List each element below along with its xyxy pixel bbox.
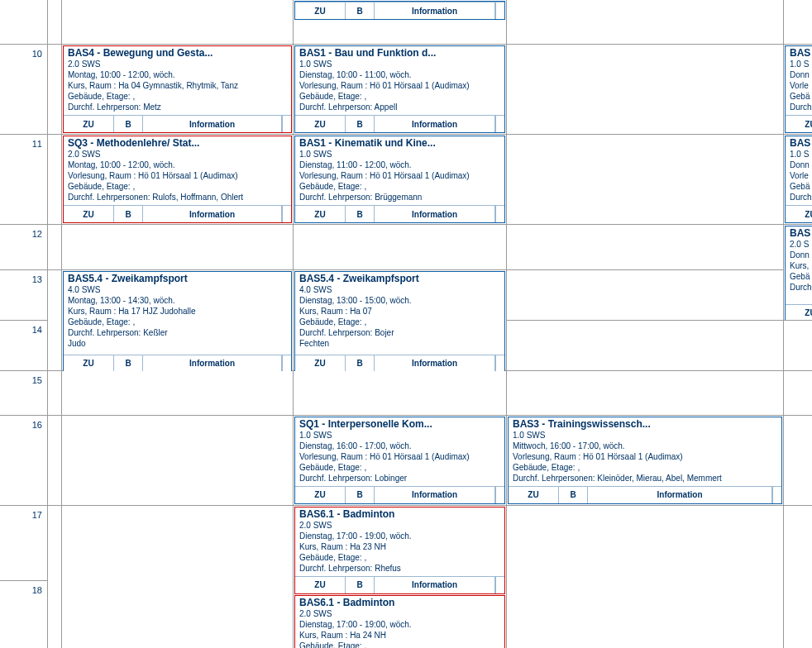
course-building: Gebäude, Etage: , bbox=[68, 91, 288, 102]
info-button[interactable]: Information bbox=[375, 206, 495, 222]
zu-button[interactable]: ZU bbox=[295, 355, 346, 372]
course-card: BAS 2.0 S Donn Kurs, Gebä Durch ZU bbox=[784, 225, 812, 321]
course-card: BAS 1.0 S Donn Vorle Gebä Durch ZU bbox=[784, 45, 812, 135]
zu-button[interactable]: ZU bbox=[295, 206, 346, 222]
b-button[interactable]: B bbox=[346, 487, 375, 503]
zu-button[interactable]: ZU bbox=[295, 116, 346, 132]
course-time: Montag, 10:00 - 12:00, wöch. bbox=[68, 69, 288, 80]
info-button[interactable]: Information bbox=[375, 355, 495, 372]
course-card: BAS 1.0 S Donn Vorle Gebä Durch ZU bbox=[784, 135, 812, 225]
course-room: Kurs, Raum : Ha 04 Gymnastik, Rhytmik, T… bbox=[68, 80, 288, 91]
zu-button[interactable]: ZU bbox=[295, 577, 346, 593]
zu-button[interactable]: ZU bbox=[295, 2, 346, 19]
info-button[interactable]: Information bbox=[143, 206, 282, 222]
info-button[interactable]: Information bbox=[375, 577, 495, 593]
time-label: 10 bbox=[0, 45, 48, 135]
course-card: BAS5.4 - Zweikampfsport 4.0 SWS Montag, … bbox=[62, 270, 294, 371]
course-card: SQ3 - Methodenlehre/ Stat... 2.0 SWS Mon… bbox=[62, 135, 294, 225]
time-label: 13 bbox=[0, 270, 48, 321]
zu-button[interactable]: ZU bbox=[509, 487, 559, 503]
b-button[interactable]: B bbox=[346, 2, 375, 19]
time-label: 11 bbox=[0, 135, 48, 225]
b-button[interactable]: B bbox=[346, 116, 375, 132]
time-label: 17 bbox=[0, 506, 48, 581]
course-code: BAS1 bbox=[299, 47, 326, 59]
zu-button[interactable]: ZU bbox=[786, 116, 812, 132]
info-button[interactable]: Information bbox=[588, 487, 772, 503]
b-button[interactable]: B bbox=[114, 355, 143, 372]
course-card: ZU B Information bbox=[294, 0, 507, 45]
course-card: BAS1 - Kinematik und Kine... 1.0 SWS Die… bbox=[294, 135, 507, 225]
course-card: BAS3 - Trainingswissensch... 1.0 SWS Mit… bbox=[507, 416, 784, 506]
info-button[interactable]: Information bbox=[375, 487, 495, 503]
time-label: 15 bbox=[0, 371, 48, 416]
course-card: BAS1 - Bau und Funktion d... 1.0 SWS Die… bbox=[294, 45, 507, 135]
info-button[interactable]: Information bbox=[375, 2, 495, 19]
course-lecturer: Durchf. Lehrperson: Metz bbox=[68, 102, 288, 112]
zu-button[interactable]: ZU bbox=[786, 206, 812, 222]
b-button[interactable]: B bbox=[559, 487, 588, 503]
b-button[interactable]: B bbox=[346, 577, 375, 593]
info-button[interactable]: Information bbox=[143, 355, 282, 372]
time-label: 12 bbox=[0, 225, 48, 270]
course-card: BAS6.1 - Badminton 2.0 SWS Dienstag, 17:… bbox=[294, 506, 507, 649]
time-label: 16 bbox=[0, 416, 48, 506]
b-button[interactable]: B bbox=[346, 206, 375, 222]
course-sws: 2.0 SWS bbox=[68, 59, 288, 69]
zu-button[interactable]: ZU bbox=[64, 116, 114, 132]
zu-button[interactable]: ZU bbox=[64, 206, 114, 222]
course-card: BAS5.4 - Zweikampfsport 4.0 SWS Dienstag… bbox=[294, 270, 507, 371]
course-card: BAS4 - Bewegung und Gesta... 2.0 SWS Mon… bbox=[62, 45, 294, 135]
info-button[interactable]: Information bbox=[143, 116, 282, 132]
course-title: Bau und Funktion d... bbox=[335, 47, 437, 59]
zu-button[interactable]: ZU bbox=[295, 487, 346, 503]
course-code: BAS4 bbox=[68, 47, 94, 59]
zu-button[interactable]: ZU bbox=[786, 305, 812, 321]
info-button[interactable]: Information bbox=[375, 116, 495, 132]
b-button[interactable]: B bbox=[346, 355, 375, 372]
b-button[interactable]: B bbox=[114, 206, 143, 222]
b-button[interactable]: B bbox=[114, 116, 143, 132]
time-label: 14 bbox=[0, 321, 48, 371]
zu-button[interactable]: ZU bbox=[64, 355, 114, 372]
time-label bbox=[0, 0, 48, 45]
time-label: 18 bbox=[0, 581, 48, 649]
schedule-grid: ZU B Information 10 BAS4 - Bewegung und … bbox=[0, 0, 812, 648]
course-card: SQ1 - Interpersonelle Kom... 1.0 SWS Die… bbox=[294, 416, 507, 506]
course-title: Bewegung und Gesta... bbox=[103, 47, 213, 59]
